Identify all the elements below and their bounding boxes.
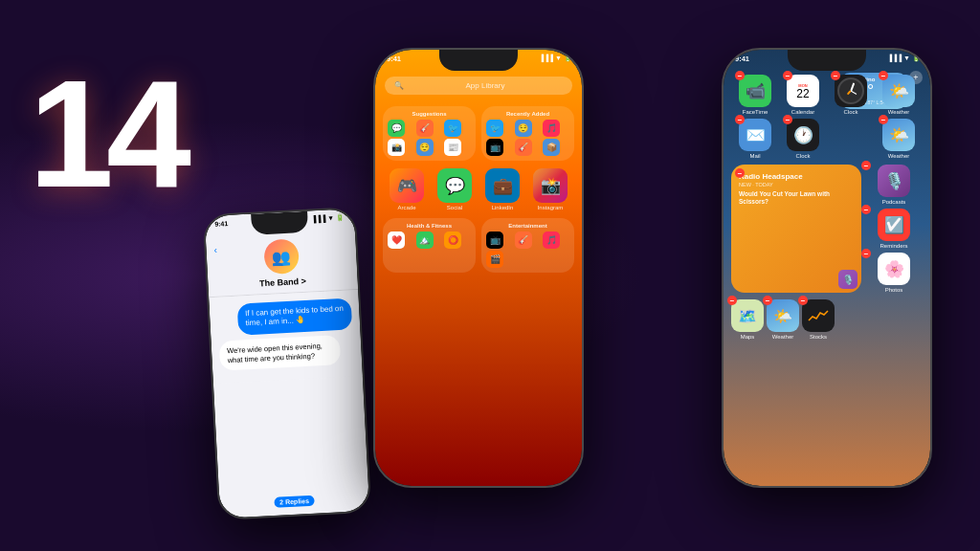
reminders-icon: ☑️ [878,209,910,241]
app-messages[interactable]: 💬 [388,120,405,137]
podcast-minus[interactable]: − [735,168,745,178]
mail-minus[interactable]: − [735,115,745,124]
cal-day-icon: 22 [796,88,809,99]
weather-icon-2: 🌤️ [882,119,915,151]
search-placeholder: App Library [408,81,563,90]
app-hiking[interactable]: 🏔️ [416,231,434,249]
suggestions-row: Suggestions 💬 🎸 🐦 📸 😌 📰 Recently Added 🐦 [375,102,582,165]
messages-back[interactable]: ‹ [213,245,217,255]
app-twitter[interactable]: 🐦 [444,120,461,137]
weather-bottom-minus[interactable]: − [763,296,772,305]
maps-minus[interactable]: − [727,296,737,305]
clock-app[interactable]: − Clock [835,75,867,115]
health-grid: ❤️ 🏔️ ⭕ [388,231,471,249]
app-health[interactable]: ❤️ [388,231,405,249]
mail-label: Mail [749,153,760,159]
weather-app-2[interactable]: − 🌤️ Weather [882,119,915,159]
app-fender2[interactable]: 🎸 [515,139,532,156]
photos-minus[interactable]: − [861,249,871,258]
app-photos[interactable]: 📸 [388,139,405,156]
second-apps-row: − ✉️ Mail − 🕐 Clock − 🌤️ Weather [724,117,930,161]
weather-app-bottom[interactable]: − 🌤️ Weather [767,299,799,340]
calendar-app[interactable]: − MON 22 Calendar [787,75,819,115]
podcasts-app[interactable]: − 🎙️ Podcasts [865,165,923,205]
podcast-title: Radio Headspace [739,172,854,181]
instagram-icon: 📸 [533,168,568,203]
messages-screen: 9:41 ▐▐▐ ▼ 🔋 ‹ 👥 The Band > If I c [205,209,369,518]
clock-app-2[interactable]: − 🕐 Clock [787,119,819,159]
reminders-minus[interactable]: − [861,205,871,214]
calendar-icon: MON 22 [787,75,819,107]
clock-label: Clock [843,109,858,115]
health-folder[interactable]: Health & Fitness ❤️ 🏔️ ⭕ [383,218,476,273]
entertainment-folder[interactable]: Entertainment 📺 🎸 🎵 🎬 [481,218,574,273]
linkedin-label: LinkedIn [492,205,514,210]
app-item-arcade[interactable]: 🎮 Arcade [390,168,424,210]
app-activity[interactable]: ⭕ [444,231,461,249]
replies-badge[interactable]: 2 Replies [274,496,315,508]
weather-app-top[interactable]: − 🌤️ Weather [882,75,915,115]
library-screen: 9:41 ▐▐▐▼🔋 🔍 App Library Suggestions 💬 [375,50,582,486]
app-fender3[interactable]: 🎸 [515,231,532,249]
entertainment-grid: 📺 🎸 🎵 🎬 [486,231,569,268]
app-tv[interactable]: 📺 [486,139,503,156]
notch-home [788,50,866,71]
instagram-label: Instagram [538,205,564,210]
mail-app[interactable]: − ✉️ Mail [739,119,771,159]
app-ea[interactable]: 🎬 [486,251,503,268]
home-signal: ▐▐▐ ▼ 🔋 [887,55,921,62]
podcast-badge: NEW · TODAY [739,182,854,187]
app-item-social[interactable]: 💬 Social [437,168,472,210]
app-calm[interactable]: 😌 [416,139,434,156]
clock-minus-2[interactable]: − [783,115,792,124]
stocks-minus[interactable]: − [798,296,808,305]
podcasts-minus[interactable]: − [861,161,871,170]
home-screen: 9:41 ▐▐▐ ▼ 🔋 + Cupertino 68° Sunny H:87°… [724,50,930,486]
message-2: We're wide open this evening, what time … [219,335,341,371]
app-item-linkedin[interactable]: 💼 LinkedIn [485,168,520,210]
health-label: Health & Fitness [388,223,471,229]
weather-label-bottom: Weather [772,334,794,340]
apps-row-social: 🎮 Arcade 💬 Social 💼 LinkedIn 📸 Instagram [375,168,582,210]
app-appstore[interactable]: 📦 [543,139,560,156]
weather-minus[interactable]: − [879,71,888,80]
clock-minus[interactable]: − [831,71,840,80]
podcasts-label: Podcasts [882,199,906,205]
photos-app[interactable]: − 🌸 Photos [865,253,923,293]
clock-icon [835,75,867,107]
suggestions-label: Suggestions [388,111,471,117]
weather-minus-2[interactable]: − [879,115,888,124]
reminders-app[interactable]: − ☑️ Reminders [865,209,923,249]
calendar-minus[interactable]: − [783,71,792,80]
facetime-minus[interactable]: − [735,71,745,80]
app-music2[interactable]: 🎵 [543,231,560,249]
phone-library: 9:41 ▐▐▐▼🔋 🔍 App Library Suggestions 💬 [373,48,584,488]
maps-app[interactable]: − 🗺️ Maps [731,299,764,340]
app-music[interactable]: 🎵 [543,120,560,137]
linkedin-icon: 💼 [485,168,520,203]
app-nytimes[interactable]: 📰 [444,139,461,156]
calendar-label: Calendar [791,109,814,115]
stocks-label: Stocks [810,334,827,340]
search-bar[interactable]: 🔍 App Library [385,77,572,95]
stocks-app[interactable]: − Stocks [802,299,835,340]
app-fender[interactable]: 🎸 [416,120,434,137]
weather-icon-bottom: 🌤️ [767,299,799,332]
podcast-widget[interactable]: Radio Headspace NEW · TODAY Would You Cu… [731,165,861,293]
clock-icon-2: 🕐 [787,119,819,151]
facetime-app[interactable]: − 📹 FaceTime [739,75,771,115]
facetime-icon: 📹 [739,75,771,107]
photos-icon: 🌸 [878,253,910,285]
app-item-instagram[interactable]: 📸 Instagram [533,168,568,210]
suggestions-grid: 💬 🎸 🐦 📸 😌 📰 [388,120,471,156]
mail-icon: ✉️ [739,119,771,151]
bottom-widgets-row: − 🗺️ Maps − 🌤️ Weather − Stoc [724,298,930,342]
ios14-badge: 14 [29,57,184,210]
recently-folder[interactable]: Recently Added 🐦 😌 🎵 📺 🎸 📦 [481,106,574,161]
app-calm2[interactable]: 😌 [515,120,532,137]
podcast-widget-row: Radio Headspace NEW · TODAY Would You Cu… [724,163,930,295]
app-appletv[interactable]: 📺 [486,231,503,249]
suggestions-folder[interactable]: Suggestions 💬 🎸 🐦 📸 😌 📰 [383,106,476,161]
facetime-label: FaceTime [743,109,768,115]
app-tw2[interactable]: 🐦 [486,120,503,137]
